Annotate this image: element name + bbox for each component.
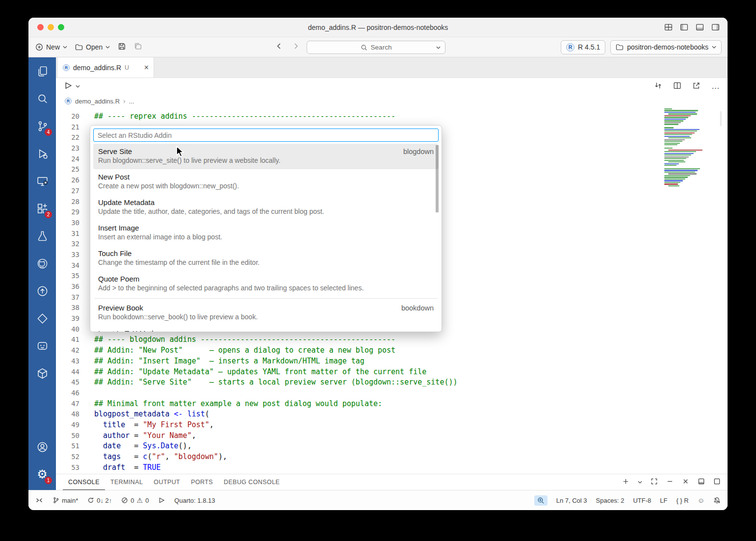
close-panel-button[interactable] [682, 478, 689, 487]
code-line[interactable]: 49 title = "My First Post", [56, 420, 728, 431]
open-external-icon [692, 81, 701, 90]
activity-search[interactable] [28, 85, 56, 112]
toggle-panel-icon[interactable] [696, 23, 704, 31]
new-button[interactable]: New [35, 43, 67, 51]
quickpick-item[interactable]: Insert ImageInsert an external image int… [93, 220, 439, 246]
split-editor-button[interactable] [673, 81, 681, 92]
activity-assistant[interactable] [28, 332, 56, 360]
quickpick-item[interactable]: Quote PoemAdd > to the beginning of sele… [93, 271, 439, 297]
minimap[interactable] [664, 108, 706, 187]
save-button[interactable] [118, 42, 126, 52]
toggle-left-sidebar-icon[interactable] [680, 23, 688, 31]
language-mode[interactable]: { } R [676, 497, 688, 504]
quarto-status[interactable]: Quarto: 1.8.13 [174, 497, 215, 504]
eol[interactable]: LF [660, 497, 667, 504]
quickpick-item[interactable]: Preview BookbookdownRun bookdown::serve_… [93, 300, 439, 326]
cursor-position[interactable]: Ln 7, Col 3 [556, 497, 587, 504]
activity-source-control[interactable]: 4 [28, 112, 56, 140]
feedback-smiley-icon[interactable]: ☺ [698, 496, 704, 504]
code-line[interactable]: 20## ---- reprex addins ----------------… [56, 111, 728, 122]
quickpick-item[interactable]: Update MetadataUpdate the title, author,… [93, 195, 439, 220]
notifications-button[interactable] [713, 497, 721, 504]
code-line[interactable]: 51 date = Sys.Date(), [56, 441, 728, 452]
project-button[interactable]: positron-demos-notebooks [610, 40, 722, 54]
activity-explorer[interactable] [28, 57, 56, 85]
code-line[interactable]: 44## Addin: "Update Metadata" — updates … [56, 367, 728, 378]
indentation[interactable]: Spaces: 2 [596, 497, 625, 504]
sync-counts: 0↓ 2↑ [97, 497, 112, 504]
account-button[interactable] [28, 433, 56, 461]
maximize-panel-button[interactable] [651, 478, 658, 487]
code-line[interactable]: 43## Addin: "Insert Image" — inserts a M… [56, 356, 728, 367]
panel-tab-console[interactable]: CONSOLE [63, 474, 105, 490]
activity-extensions[interactable]: 2 [28, 195, 56, 222]
code-line[interactable]: 45## Addin: "Serve Site" — starts a loca… [56, 377, 728, 388]
line-number: 50 [56, 431, 79, 441]
open-button[interactable]: Open [75, 43, 110, 51]
quickpick-item[interactable]: Touch FileChange the timestamp of the cu… [93, 246, 439, 271]
minimize-panel-button[interactable] [666, 478, 674, 487]
code-line[interactable]: 41## ---- blogdown addins --------------… [56, 335, 728, 345]
activity-remote-sessions[interactable] [28, 167, 56, 195]
code-line[interactable]: 47## Minimal front matter example a new … [56, 399, 728, 410]
quickpick-item[interactable]: Input LaTeX Math [93, 326, 439, 332]
zoom-window-button[interactable] [58, 24, 64, 30]
editor-scrollbar[interactable] [721, 111, 728, 126]
zoom-indicator[interactable] [534, 495, 547, 506]
more-actions-button[interactable]: … [711, 85, 720, 88]
new-console-button[interactable] [622, 478, 629, 487]
run-button[interactable] [64, 81, 72, 92]
remote-indicator[interactable] [35, 496, 43, 504]
code-line[interactable]: 50 author = "Your Name", [56, 431, 728, 441]
activity-publish[interactable] [28, 277, 56, 305]
toggle-right-sidebar-icon[interactable] [711, 23, 720, 31]
code-line[interactable]: 48blogpost_metadata <- list( [56, 409, 728, 420]
r-interpreter-button[interactable]: R R 4.5.1 [561, 40, 605, 54]
open-external-button[interactable] [692, 81, 701, 92]
line-number: 44 [56, 367, 79, 378]
quickpick-item[interactable]: New PostCreate a new post with blogdown:… [93, 169, 439, 195]
code-line[interactable]: 52 tags = c("r", "blogdown"), [56, 452, 728, 463]
layout-grid-icon[interactable] [664, 23, 673, 31]
quickpick-item[interactable]: Serve SiteblogdownRun blogdown::serve_si… [93, 144, 439, 169]
quickpick-input[interactable] [93, 129, 439, 142]
project-name-label: positron-demos-notebooks [627, 43, 708, 51]
breadcrumb-file[interactable]: demo_addins.R [75, 98, 120, 105]
branch-status[interactable]: main* [52, 497, 78, 504]
panel-tab-terminal[interactable]: TERMINAL [105, 474, 148, 490]
panel-tab-ports[interactable]: PORTS [185, 474, 218, 490]
chevron-down-icon[interactable] [76, 85, 80, 88]
quickpick-scrollbar[interactable] [436, 145, 439, 212]
chevron-down-icon[interactable] [638, 481, 642, 484]
compare-changes-button[interactable] [654, 81, 662, 92]
encoding[interactable]: UTF-8 [633, 497, 651, 504]
restore-layout-button[interactable] [713, 478, 721, 487]
activity-packages[interactable] [28, 360, 56, 387]
search-box[interactable]: Search [307, 41, 445, 54]
close-window-button[interactable] [37, 24, 44, 30]
problems-status[interactable]: 0 ⚠ 0 [121, 496, 149, 504]
save-all-button[interactable] [134, 42, 142, 52]
sync-status[interactable]: 0↓ 2↑ [87, 497, 112, 504]
activity-github[interactable] [28, 250, 56, 277]
panel-tab-output[interactable]: OUTPUT [148, 474, 185, 490]
activity-run-debug[interactable] [28, 140, 56, 167]
run-task-status[interactable] [158, 497, 165, 504]
settings-button[interactable]: ⚙ 1 [28, 461, 56, 488]
panel-tab-debug-console[interactable]: DEBUG CONSOLE [218, 474, 285, 490]
code-line[interactable]: 42## Addin: "New Post" — opens a dialog … [56, 345, 728, 356]
breadcrumb[interactable]: R demo_addins.R › ... [56, 95, 728, 107]
breadcrumb-more[interactable]: ... [129, 98, 134, 105]
forward-button[interactable] [292, 42, 300, 52]
line-number: 21 [56, 122, 79, 133]
tab-demo-addins[interactable]: R demo_addins.R U × [58, 57, 154, 77]
activity-quarto[interactable] [28, 305, 56, 332]
tab-close-icon[interactable]: × [144, 64, 149, 72]
panel-layout-button[interactable] [698, 478, 705, 487]
back-button[interactable] [275, 42, 283, 52]
chevron-down-icon [105, 46, 110, 49]
code-line[interactable]: 53 draft = TRUE [56, 463, 728, 473]
minimize-window-button[interactable] [48, 24, 54, 30]
code-line[interactable]: 46 [56, 388, 728, 399]
activity-testing[interactable] [28, 222, 56, 250]
